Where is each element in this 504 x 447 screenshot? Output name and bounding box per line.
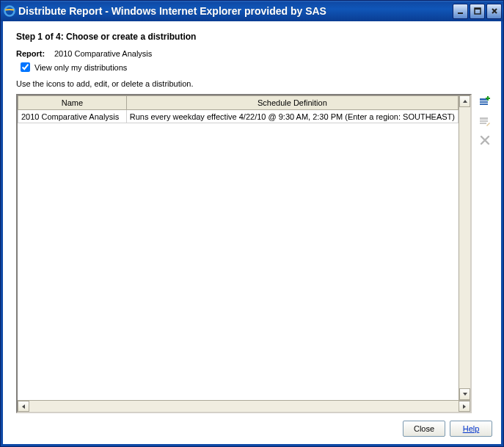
svg-rect-10 — [480, 103, 488, 105]
window-frame: Distribute Report - Windows Internet Exp… — [0, 0, 504, 447]
vscroll-track[interactable] — [459, 107, 470, 388]
delete-distribution-icon[interactable] — [478, 134, 492, 147]
footer-buttons: Close Help — [16, 413, 492, 437]
close-dialog-button[interactable]: Close — [403, 421, 445, 437]
instruction-text: Use the icons to add, edit, or delete a … — [16, 79, 492, 88]
edit-distribution-icon[interactable] — [478, 115, 492, 128]
svg-marker-6 — [22, 404, 25, 409]
close-button[interactable] — [486, 4, 502, 19]
scroll-left-button[interactable] — [18, 401, 29, 412]
add-distribution-icon[interactable] — [478, 95, 492, 109]
horizontal-scrollbar[interactable] — [18, 400, 470, 412]
svg-rect-15 — [480, 123, 486, 124]
svg-rect-3 — [475, 8, 481, 10]
maximize-button[interactable] — [470, 4, 485, 19]
vertical-scrollbar[interactable] — [459, 95, 470, 400]
cell-schedule: Runs every weekday effective 4/22/10 @ 9… — [126, 110, 458, 123]
grid-area: Name Schedule Definition 2010 Comparativ… — [16, 94, 492, 413]
wizard-content: Step 1 of 4: Choose or create a distribu… — [1, 21, 503, 446]
window-button-group — [453, 4, 502, 19]
step-title: Step 1 of 4: Choose or create a distribu… — [16, 32, 492, 42]
scroll-up-button[interactable] — [459, 95, 470, 107]
action-icon-column — [478, 94, 492, 413]
distribution-grid: Name Schedule Definition 2010 Comparativ… — [16, 94, 472, 413]
report-label: Report: — [16, 49, 54, 58]
svg-rect-1 — [458, 12, 463, 14]
report-row: Report: 2010 Comparative Analysis — [16, 49, 492, 58]
cell-name: 2010 Comparative Analysis — [18, 110, 127, 123]
svg-rect-12 — [486, 98, 490, 99]
ie-icon — [4, 5, 15, 17]
title-bar[interactable]: Distribute Report - Windows Internet Exp… — [1, 1, 503, 21]
svg-rect-14 — [480, 120, 488, 122]
svg-rect-13 — [480, 117, 488, 120]
svg-marker-5 — [463, 393, 467, 396]
window-title: Distribute Report - Windows Internet Exp… — [18, 5, 453, 17]
view-only-checkbox[interactable] — [21, 62, 30, 72]
help-button[interactable]: Help — [450, 421, 492, 437]
scroll-down-button[interactable] — [459, 388, 470, 400]
svg-marker-7 — [463, 404, 466, 409]
view-only-label: View only my distributions — [34, 63, 127, 72]
svg-rect-9 — [480, 101, 488, 103]
col-header-name[interactable]: Name — [18, 96, 127, 110]
svg-point-0 — [5, 7, 15, 16]
svg-marker-4 — [463, 100, 467, 103]
scroll-right-button[interactable] — [459, 401, 470, 412]
col-header-schedule[interactable]: Schedule Definition — [126, 96, 458, 110]
minimize-button[interactable] — [453, 4, 468, 19]
hscroll-track[interactable] — [29, 401, 459, 412]
table-row[interactable]: 2010 Comparative Analysis Runs every wee… — [18, 110, 459, 123]
report-name: 2010 Comparative Analysis — [54, 49, 152, 58]
grid-header-row: Name Schedule Definition — [18, 96, 459, 110]
view-only-row[interactable]: View only my distributions — [16, 62, 492, 72]
